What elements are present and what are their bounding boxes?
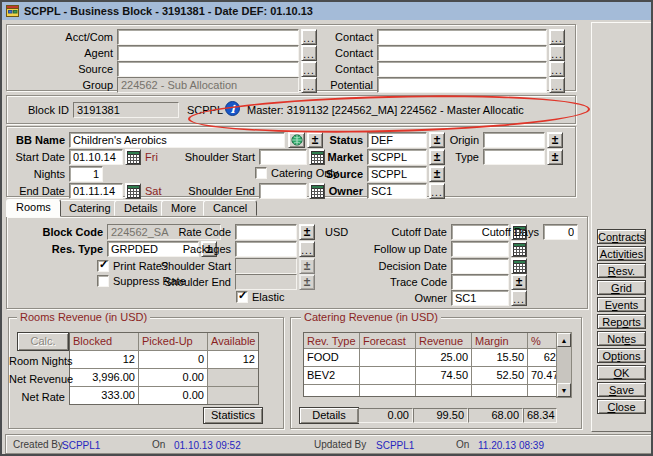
contact3-browse-button[interactable]	[549, 61, 565, 77]
tab-catering[interactable]: Catering	[59, 200, 121, 216]
end-date-field[interactable]	[69, 183, 123, 199]
group-browse-button[interactable]	[301, 77, 317, 93]
bev2-revenue: 74.50	[416, 367, 471, 384]
packages-browse-button[interactable]	[299, 241, 315, 257]
nights-field[interactable]	[69, 166, 103, 182]
bev2-type: BEV2	[304, 367, 359, 384]
trace-code-field[interactable]	[451, 274, 509, 290]
net-revenue-blocked: 3,996.00	[70, 369, 138, 386]
bb-name-lov-button[interactable]	[307, 132, 323, 148]
origin-lov-button[interactable]	[547, 132, 563, 148]
agent-field[interactable]	[117, 45, 299, 61]
potential-browse-button[interactable]	[549, 77, 565, 93]
tab-rooms[interactable]: Rooms	[6, 199, 61, 217]
rate-code-field[interactable]	[235, 224, 297, 240]
room-nights-picked: 0	[139, 351, 207, 368]
bev2-forecast	[360, 367, 415, 384]
net-rate-blocked: 333.00	[70, 387, 138, 404]
total-revenue: 99.50	[413, 408, 468, 423]
shoulder-end2-field[interactable]	[235, 274, 297, 290]
print-rate-checkbox[interactable]: ✓	[97, 260, 109, 272]
bb-name-field[interactable]	[69, 132, 285, 148]
block-id-field[interactable]	[73, 102, 179, 118]
contact3-field[interactable]	[377, 61, 547, 77]
room-nights-blocked: 12	[70, 351, 138, 368]
source-field[interactable]	[117, 61, 299, 77]
suppress-rate-checkbox[interactable]: ✓	[97, 275, 109, 287]
owner2-field[interactable]	[451, 290, 509, 306]
rate-code-lov-button[interactable]	[299, 224, 315, 240]
decision-date-calendar-button[interactable]	[511, 258, 527, 274]
notes-button[interactable]: Notes	[597, 331, 646, 346]
statistics-button[interactable]: Statistics	[203, 407, 263, 424]
acct-com-field[interactable]	[117, 29, 299, 45]
empty-revenue	[416, 385, 471, 396]
status-label: Status	[323, 133, 363, 147]
rooms-revenue-title: Rooms Revenue (in USD)	[17, 311, 150, 323]
shoulder-end2-lov-button[interactable]	[299, 274, 315, 290]
tab-cancel[interactable]: Cancel	[203, 200, 257, 216]
start-date-field[interactable]	[69, 149, 123, 165]
shoulder-start2-lov-button[interactable]	[299, 258, 315, 274]
source-browse-button[interactable]	[301, 61, 317, 77]
end-date-calendar-button[interactable]	[125, 183, 141, 199]
scroll-down-icon[interactable]: ▼	[557, 383, 571, 397]
potential-field[interactable]	[377, 77, 547, 93]
source2-field[interactable]	[367, 166, 427, 182]
info-icon[interactable]: i	[225, 101, 240, 118]
close-button[interactable]: Close	[597, 399, 646, 414]
shoulder-start2-field[interactable]	[235, 258, 297, 274]
decision-date-field[interactable]	[451, 258, 509, 274]
contact1-browse-button[interactable]	[549, 29, 565, 45]
start-date-calendar-button[interactable]	[125, 149, 141, 165]
group-label: Group	[11, 78, 113, 92]
owner-browse-button[interactable]	[429, 183, 445, 199]
contact2-field[interactable]	[377, 45, 547, 61]
scroll-up-icon[interactable]: ▲	[557, 333, 571, 347]
elastic-checkbox[interactable]: ✓	[236, 291, 248, 303]
activities-button[interactable]: Activities	[597, 246, 646, 261]
ok-button[interactable]: OK	[597, 365, 646, 380]
source-lov-button[interactable]	[429, 166, 445, 182]
acct-com-browse-button[interactable]	[301, 29, 317, 45]
follow-up-field[interactable]	[451, 241, 509, 257]
room-nights-label: Room Nights	[9, 354, 65, 368]
calendar-icon	[311, 185, 324, 198]
origin-field[interactable]	[483, 132, 545, 148]
type-field[interactable]	[483, 149, 545, 165]
status-lov-button[interactable]	[429, 132, 445, 148]
source-label: Source	[11, 62, 113, 76]
food-type: FOOD	[304, 349, 359, 366]
globe-icon-button[interactable]	[288, 132, 305, 148]
follow-up-calendar-button[interactable]	[511, 241, 527, 257]
save-button[interactable]: Save	[597, 382, 646, 397]
owner-field[interactable]	[367, 183, 427, 199]
events-button[interactable]: Events	[597, 297, 646, 312]
owner2-browse-button[interactable]	[511, 290, 527, 306]
contact1-field[interactable]	[377, 29, 547, 45]
status-field[interactable]	[367, 132, 427, 148]
options-button[interactable]: Options	[597, 348, 646, 363]
trace-code-lov-button[interactable]	[511, 274, 527, 290]
shoulder-end-field[interactable]	[259, 183, 307, 199]
market-lov-button[interactable]	[429, 149, 445, 165]
total-margin: 68.00	[468, 408, 523, 423]
reports-button[interactable]: Reports	[597, 314, 646, 329]
grid-button[interactable]: Grid	[597, 280, 646, 295]
shoulder-start-field[interactable]	[259, 149, 307, 165]
calc-button[interactable]: Calc.	[17, 332, 69, 351]
contracts-button[interactable]: Contracts	[597, 229, 646, 244]
resv-button[interactable]: Resv.	[597, 263, 646, 278]
catering-table-scrollbar[interactable]: ▲ ▼	[556, 332, 572, 398]
contact2-browse-button[interactable]	[549, 45, 565, 61]
tab-details[interactable]: Details	[114, 200, 168, 216]
tab-more[interactable]: More	[161, 200, 206, 216]
cutoff-days-field[interactable]	[543, 224, 578, 240]
group-field[interactable]	[117, 77, 299, 93]
packages-field[interactable]	[235, 241, 297, 257]
market-field[interactable]	[367, 149, 427, 165]
details-button[interactable]: Details	[299, 407, 359, 424]
agent-browse-button[interactable]	[301, 45, 317, 61]
type-lov-button[interactable]	[547, 149, 563, 165]
catering-only-checkbox[interactable]: ✓	[255, 167, 267, 179]
